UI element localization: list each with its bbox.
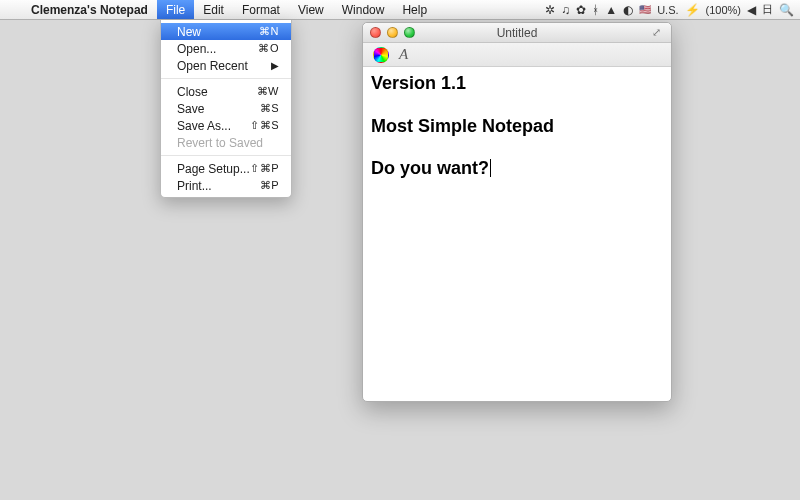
colors-button[interactable]	[373, 47, 389, 63]
menu-extra-icon[interactable]: ♫	[561, 3, 570, 17]
battery-percent[interactable]: (100%)	[706, 4, 741, 16]
toolbar: A	[363, 43, 671, 67]
close-window-button[interactable]	[370, 27, 381, 38]
menu-bar: Clemenza's Notepad File Edit Format View…	[0, 0, 800, 20]
submenu-arrow-icon: ▶	[271, 60, 279, 71]
text-line: Do you want?	[371, 158, 663, 180]
file-menu-dropdown: New⌘N Open...⌘O Open Recent▶ Close⌘W Sav…	[160, 20, 292, 198]
spotlight-icon[interactable]: 🔍	[779, 3, 794, 17]
menu-edit[interactable]: Edit	[194, 0, 233, 19]
menu-extra-icon[interactable]: ◐	[623, 3, 633, 17]
file-menu-close[interactable]: Close⌘W	[161, 83, 291, 100]
title-bar[interactable]: Untitled ⤢	[363, 23, 671, 43]
minimize-window-button[interactable]	[387, 27, 398, 38]
file-menu-print[interactable]: Print...⌘P	[161, 177, 291, 194]
file-menu-page-setup[interactable]: Page Setup...⇧⌘P	[161, 160, 291, 177]
menu-window[interactable]: Window	[333, 0, 394, 19]
fonts-button[interactable]: A	[399, 46, 408, 63]
input-source-label[interactable]: U.S.	[657, 4, 678, 16]
file-menu-revert: Revert to Saved	[161, 134, 291, 151]
volume-icon[interactable]: ◀	[747, 3, 756, 17]
file-menu-open-recent[interactable]: Open Recent▶	[161, 57, 291, 74]
menu-separator	[161, 155, 291, 156]
wifi-icon[interactable]: ▲	[605, 3, 617, 17]
menu-separator	[161, 78, 291, 79]
app-name[interactable]: Clemenza's Notepad	[22, 0, 157, 19]
ime-label[interactable]: 日	[762, 2, 773, 17]
zoom-window-button[interactable]	[404, 27, 415, 38]
text-line: Version 1.1	[371, 73, 663, 95]
menu-extra-icon[interactable]: ✿	[576, 3, 586, 17]
text-caret	[490, 159, 491, 177]
file-menu-save-as[interactable]: Save As...⇧⌘S	[161, 117, 291, 134]
text-line: Most Simple Notepad	[371, 116, 663, 138]
menu-file[interactable]: File	[157, 0, 194, 19]
menu-format[interactable]: Format	[233, 0, 289, 19]
menu-extra-icon[interactable]: ✲	[545, 3, 555, 17]
text-editor[interactable]: Version 1.1 Most Simple Notepad Do you w…	[363, 67, 671, 401]
menu-view[interactable]: View	[289, 0, 333, 19]
menu-extras: ✲ ♫ ✿ ᚼ ▲ ◐ 🇺🇸 U.S. ⚡ (100%) ◀ 日 🔍	[545, 2, 800, 17]
fullscreen-button[interactable]: ⤢	[652, 26, 665, 39]
file-menu-open[interactable]: Open...⌘O	[161, 40, 291, 57]
file-menu-save[interactable]: Save⌘S	[161, 100, 291, 117]
battery-charging-icon[interactable]: ⚡	[685, 3, 700, 17]
document-window: Untitled ⤢ A Version 1.1 Most Simple Not…	[362, 22, 672, 402]
bluetooth-icon[interactable]: ᚼ	[592, 3, 599, 17]
file-menu-new[interactable]: New⌘N	[161, 23, 291, 40]
menu-help[interactable]: Help	[393, 0, 436, 19]
